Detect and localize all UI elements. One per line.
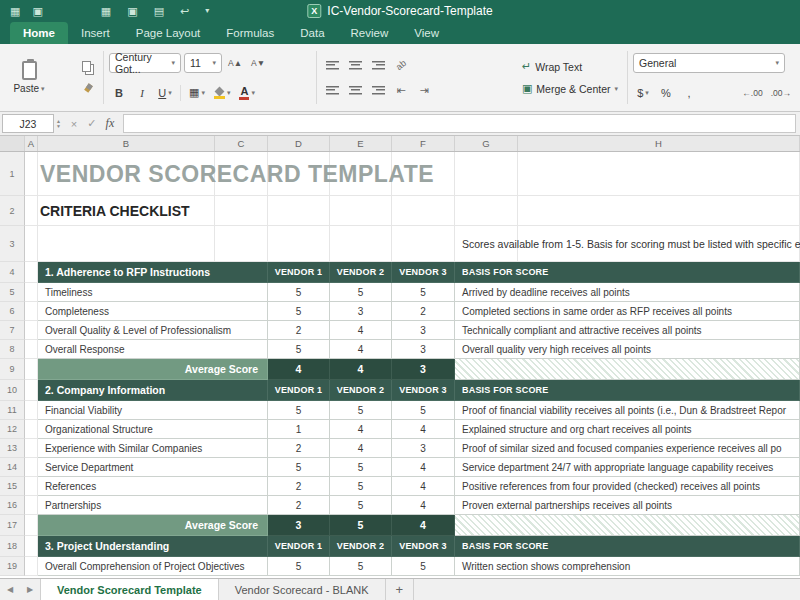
- vendor-header-cell[interactable]: VENDOR 1: [268, 536, 330, 557]
- table-icon[interactable]: ▦: [101, 0, 111, 22]
- cell-h[interactable]: [518, 152, 800, 196]
- basis-cell[interactable]: Proof of financial viability receives al…: [455, 401, 800, 420]
- criteria-cell[interactable]: Partnerships: [38, 496, 268, 515]
- basis-cell[interactable]: Completed sections in same order as RFP …: [455, 302, 800, 321]
- sheet-nav-back-button[interactable]: ◀: [0, 579, 20, 600]
- row-header-19[interactable]: 19: [0, 557, 25, 576]
- basis-cell[interactable]: Arrived by deadline receives all points: [455, 283, 800, 302]
- row-header-10[interactable]: 10: [0, 380, 25, 401]
- save-icon[interactable]: ▣: [127, 0, 137, 22]
- row-header-2[interactable]: 2: [0, 196, 25, 226]
- cell-a[interactable]: [25, 283, 38, 302]
- align-right-button[interactable]: [368, 80, 388, 100]
- cell-a[interactable]: [25, 321, 38, 340]
- score-cell[interactable]: 5: [330, 496, 392, 515]
- column-header-b[interactable]: B: [38, 136, 215, 151]
- number-format-select[interactable]: General ▾: [633, 53, 785, 73]
- name-box-stepper[interactable]: ▲ ▼: [56, 119, 61, 129]
- basis-cell[interactable]: Proven external partnerships receives al…: [455, 496, 800, 515]
- vendor-header-cell[interactable]: VENDOR 3: [392, 262, 455, 283]
- average-score-cell[interactable]: 4: [268, 359, 330, 380]
- vendor-header-cell[interactable]: VENDOR 2: [330, 262, 392, 283]
- add-sheet-button[interactable]: +: [386, 579, 415, 600]
- ribbon-tab-insert[interactable]: Insert: [68, 22, 123, 44]
- cell-a[interactable]: [25, 226, 38, 262]
- basis-cell[interactable]: Positive references from four provided (…: [455, 477, 800, 496]
- row-header-17[interactable]: 17: [0, 515, 25, 536]
- score-cell[interactable]: 2: [268, 477, 330, 496]
- basis-cell[interactable]: Explained structure and org chart receiv…: [455, 420, 800, 439]
- average-score-cell[interactable]: 4: [330, 359, 392, 380]
- row-header-12[interactable]: 12: [0, 420, 25, 439]
- average-score-cell[interactable]: 5: [330, 515, 392, 536]
- align-top-button[interactable]: [322, 55, 342, 75]
- row-header-1[interactable]: 1: [0, 152, 25, 196]
- score-cell[interactable]: 2: [268, 321, 330, 340]
- cell-c[interactable]: [215, 226, 268, 262]
- ribbon-tab-view[interactable]: View: [401, 22, 452, 44]
- score-cell[interactable]: 5: [330, 458, 392, 477]
- score-cell[interactable]: 5: [268, 283, 330, 302]
- cell-f[interactable]: [392, 226, 455, 262]
- cell-a[interactable]: [25, 515, 38, 536]
- comma-button[interactable]: ,: [679, 83, 699, 103]
- cell-d[interactable]: [268, 226, 330, 262]
- bold-button[interactable]: B: [109, 83, 129, 103]
- score-cell[interactable]: 3: [330, 302, 392, 321]
- cell-e[interactable]: [330, 226, 392, 262]
- score-cell[interactable]: 5: [330, 401, 392, 420]
- paste-button[interactable]: Paste ▾: [6, 50, 52, 106]
- cell-a[interactable]: [25, 262, 38, 283]
- ribbon-tab-page-layout[interactable]: Page Layout: [123, 22, 214, 44]
- score-cell[interactable]: 4: [330, 321, 392, 340]
- cell-a[interactable]: [25, 477, 38, 496]
- window-icon[interactable]: ▣: [32, 0, 42, 22]
- section-title-cell[interactable]: 1. Adherence to RFP Instructions: [38, 262, 268, 283]
- average-score-cell[interactable]: 3: [392, 359, 455, 380]
- row-header-9[interactable]: 9: [0, 359, 25, 380]
- decrease-font-button[interactable]: A▼: [248, 53, 268, 73]
- column-header-g[interactable]: G: [455, 136, 518, 151]
- criteria-cell[interactable]: Experience with Similar Companies: [38, 439, 268, 458]
- score-cell[interactable]: 4: [330, 439, 392, 458]
- align-center-button[interactable]: [345, 80, 365, 100]
- column-header-e[interactable]: E: [330, 136, 392, 151]
- score-cell[interactable]: 5: [392, 283, 455, 302]
- column-header-h[interactable]: H: [518, 136, 800, 151]
- row-header-15[interactable]: 15: [0, 477, 25, 496]
- row-header-13[interactable]: 13: [0, 439, 25, 458]
- row-header-11[interactable]: 11: [0, 401, 25, 420]
- ribbon-tab-formulas[interactable]: Formulas: [213, 22, 287, 44]
- score-cell[interactable]: 5: [392, 557, 455, 576]
- cell-a[interactable]: [25, 340, 38, 359]
- font-name-select[interactable]: Century Got... ▾: [109, 53, 181, 73]
- criteria-cell[interactable]: Timeliness: [38, 283, 268, 302]
- qat-caret-icon[interactable]: ▾: [205, 0, 209, 22]
- criteria-cell[interactable]: References: [38, 477, 268, 496]
- row-header-18[interactable]: 18: [0, 536, 25, 557]
- cell-a[interactable]: [25, 152, 38, 196]
- score-cell[interactable]: 3: [392, 439, 455, 458]
- score-cell[interactable]: 4: [392, 477, 455, 496]
- average-score-cell[interactable]: 4: [392, 515, 455, 536]
- score-cell[interactable]: 3: [392, 321, 455, 340]
- select-all-corner[interactable]: [0, 136, 25, 151]
- row-header-4[interactable]: 4: [0, 262, 25, 283]
- row-header-7[interactable]: 7: [0, 321, 25, 340]
- cell-c[interactable]: [215, 196, 268, 226]
- sheet-nav-forward-button[interactable]: ▶: [20, 579, 40, 600]
- cell-f[interactable]: [392, 196, 455, 226]
- cell-a[interactable]: [25, 536, 38, 557]
- average-hatch-cell[interactable]: [455, 359, 800, 380]
- row-header-16[interactable]: 16: [0, 496, 25, 515]
- score-cell[interactable]: 4: [392, 496, 455, 515]
- vendor-header-cell[interactable]: VENDOR 1: [268, 262, 330, 283]
- italic-button[interactable]: I: [132, 83, 152, 103]
- underline-button[interactable]: U ▾: [155, 83, 175, 103]
- font-size-select[interactable]: 11 ▾: [184, 53, 222, 73]
- row-header-6[interactable]: 6: [0, 302, 25, 321]
- criteria-cell[interactable]: Completeness: [38, 302, 268, 321]
- format-painter-button[interactable]: [78, 78, 98, 98]
- score-cell[interactable]: 5: [268, 401, 330, 420]
- cell-g[interactable]: [455, 152, 518, 196]
